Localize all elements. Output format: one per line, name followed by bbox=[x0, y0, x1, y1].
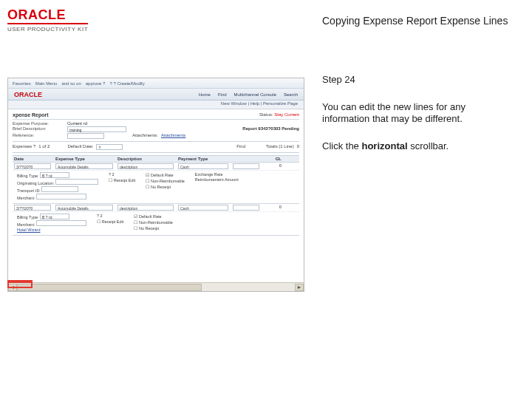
billing-type-label: Billing Type: bbox=[17, 215, 39, 219]
hotel-wizard-link[interactable]: Hotel Wizard bbox=[17, 228, 86, 232]
expenses-count: 1 of 2 bbox=[38, 144, 50, 150]
menubar-item: approve ? bbox=[86, 81, 106, 86]
pay-cell[interactable]: Cash bbox=[178, 205, 228, 211]
blank-cell[interactable] bbox=[233, 205, 259, 211]
pay-cell[interactable]: Cash bbox=[178, 163, 228, 169]
menubar-item: Main Menu bbox=[35, 81, 58, 86]
toolbar-item: Home bbox=[199, 92, 211, 97]
transport-field[interactable] bbox=[41, 186, 78, 192]
expenses-label: Expenses ? bbox=[13, 144, 35, 150]
scrollbar-track[interactable] bbox=[17, 284, 295, 291]
find-label[interactable]: Find bbox=[236, 144, 245, 150]
non-reimb-check[interactable]: Non-Reimbursable bbox=[134, 219, 173, 225]
totals-value: 0 bbox=[297, 144, 299, 150]
brand-product: USER PRODUCTIVITY KIT bbox=[7, 23, 88, 33]
type-cell[interactable]: Automobile Details bbox=[55, 163, 113, 169]
toolbar-item: Find bbox=[218, 92, 227, 97]
detail-panel: Billing Type: B ? rd Merchant: Hotel Wiz… bbox=[13, 212, 299, 236]
screenshot-menubar: Favorites Main Menu and so on approve ? … bbox=[8, 78, 304, 89]
billing-type-label: Billing Type: bbox=[17, 174, 39, 178]
para2-bold: horizontal bbox=[361, 140, 407, 151]
default-date-field[interactable]: ? bbox=[96, 144, 123, 150]
screenshot-subbar: New Window | Help | Personalize Page bbox=[8, 100, 304, 109]
menubar-item: and so on bbox=[61, 81, 81, 86]
default-date-label: Default Date: bbox=[67, 144, 93, 150]
col-blank bbox=[231, 156, 261, 162]
col-pay: Payment Type bbox=[177, 156, 230, 162]
receipt-edit-check[interactable]: Receipt Edit bbox=[109, 177, 135, 183]
purpose-value: Current rd bbox=[67, 121, 87, 126]
blank-cell[interactable] bbox=[233, 163, 259, 169]
ref-label: Reference: bbox=[13, 133, 64, 139]
status-value: Stay Current bbox=[274, 112, 299, 117]
receipt-edit-check[interactable]: Receipt Edit bbox=[97, 219, 123, 224]
toolbar-item: Search bbox=[284, 92, 298, 97]
screenshot-mock: Favorites Main Menu and so on approve ? … bbox=[7, 78, 304, 292]
scroll-left-arrow-icon[interactable]: ◄ bbox=[8, 284, 17, 291]
default-rate-check[interactable]: Default Rate bbox=[134, 214, 173, 219]
transport-label: Transport ID: bbox=[17, 188, 41, 193]
reimb-amt-label: Reimbursement Amount bbox=[195, 177, 239, 182]
para2-post: scrollbar. bbox=[408, 140, 449, 151]
attachments-link[interactable]: Attachments bbox=[161, 133, 185, 139]
merchant-label: Merchant: bbox=[17, 196, 35, 200]
miles-value: ? 2 bbox=[109, 172, 135, 177]
col-type: Expense Type bbox=[54, 156, 115, 162]
purpose-label: Expense Purpose: bbox=[13, 121, 64, 126]
instruction-paragraph-2: Click the horizontal scrollbar. bbox=[322, 140, 514, 152]
col-date: Date bbox=[13, 156, 52, 162]
gl-cell: 0 bbox=[262, 163, 283, 170]
no-receipt-check[interactable]: No Receipt bbox=[146, 184, 185, 189]
toolbar-brand: ORACLE bbox=[14, 91, 42, 98]
merchant-label: Merchant: bbox=[17, 222, 35, 227]
detail-panel: Billing Type: B ? rd Originating Locatio… bbox=[13, 171, 299, 204]
horizontal-scrollbar[interactable]: ◄ ► bbox=[8, 282, 304, 291]
screenshot-toolbar: ORACLE Home Find Multichannel Console Se… bbox=[8, 89, 304, 100]
scrollbar-thumb[interactable] bbox=[17, 284, 202, 291]
report-center: Report 9343?0303 Pending bbox=[242, 126, 299, 132]
toolbar-item: Multichannel Console bbox=[234, 92, 276, 97]
billing-type-field[interactable]: B ? rd bbox=[40, 172, 69, 178]
desc-field[interactable]: training bbox=[67, 126, 126, 132]
merchant-field[interactable] bbox=[36, 194, 86, 200]
table-row: 3/??/20?0 Automobile Details description… bbox=[13, 163, 299, 171]
originating-field[interactable] bbox=[55, 179, 98, 185]
desc-cell[interactable]: description bbox=[117, 205, 174, 211]
scroll-right-arrow-icon[interactable]: ► bbox=[295, 284, 304, 291]
totals-label: Totals (1 Line) bbox=[266, 144, 294, 150]
step-number: Step 24 bbox=[322, 74, 517, 85]
report-title-left: xpense Report bbox=[13, 112, 49, 117]
screenshot-body: xpense Report Status: Stay Current Expen… bbox=[8, 109, 304, 239]
col-desc: Description bbox=[116, 156, 175, 162]
status-label: Status: bbox=[259, 112, 273, 117]
brand-name: ORACLE bbox=[7, 7, 307, 23]
desc-cell[interactable]: description bbox=[117, 163, 174, 169]
default-rate-check[interactable]: Default Rate bbox=[146, 172, 185, 177]
col-gl: GL bbox=[262, 156, 283, 162]
instruction-paragraph-1: You can edit the new lines for any infor… bbox=[322, 101, 514, 126]
gl-cell: 0 bbox=[262, 204, 283, 211]
columns-header: Date Expense Type Description Payment Ty… bbox=[13, 155, 299, 163]
billing-type-field[interactable]: B ? rd bbox=[40, 214, 69, 219]
date-cell[interactable]: 3/??/20?0 bbox=[14, 163, 51, 169]
ref-field[interactable] bbox=[67, 133, 104, 139]
originating-label: Originating Location: bbox=[17, 181, 54, 185]
desc-label: Brief Description: bbox=[13, 126, 64, 132]
attach-label: Attachments: bbox=[132, 133, 158, 139]
menubar-item: ? ? Create/Modify bbox=[109, 81, 144, 86]
topic-title: Copying Expense Report Expense Lines bbox=[322, 15, 517, 27]
date-cell[interactable]: 3/??/20?0 bbox=[14, 205, 51, 211]
menubar-item: Favorites bbox=[13, 81, 31, 86]
brand-block: ORACLE USER PRODUCTIVITY KIT bbox=[7, 7, 307, 33]
miles-value: ? 2 bbox=[97, 214, 123, 218]
type-cell[interactable]: Automobile Details bbox=[55, 205, 113, 211]
non-reimb-check[interactable]: Non-Reimbursable bbox=[146, 178, 185, 183]
table-row: 3/??/20?0 Automobile Details description… bbox=[13, 204, 299, 212]
exchange-rate-label: Exchange Rate bbox=[195, 172, 239, 177]
para2-pre: Click the bbox=[322, 140, 361, 151]
no-receipt-check[interactable]: No Receipt bbox=[134, 225, 173, 231]
merchant-field[interactable] bbox=[36, 220, 86, 226]
